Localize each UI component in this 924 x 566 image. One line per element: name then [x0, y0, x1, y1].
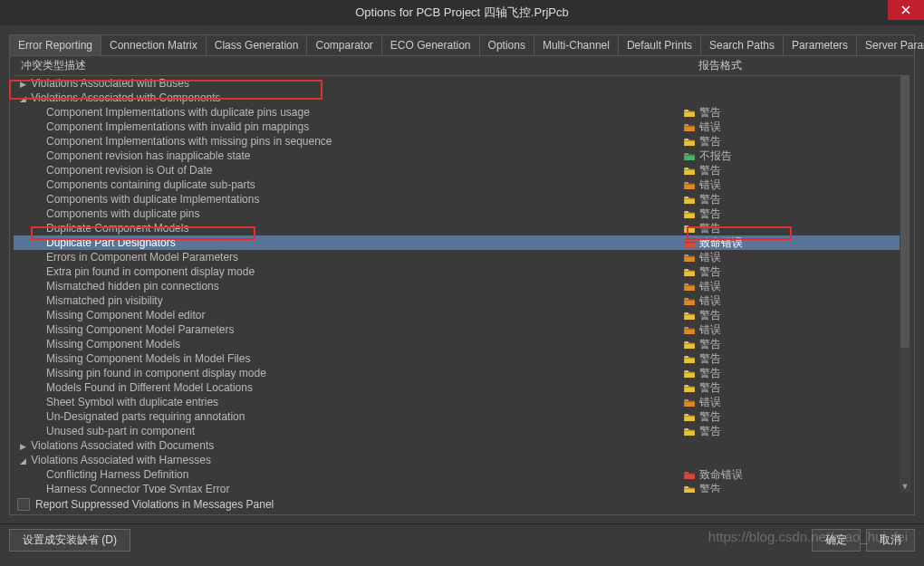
violation-label: Component Implementations with duplicate… [14, 106, 684, 119]
severity-label: 警告 [699, 351, 721, 367]
severity-cell[interactable]: 警告 [684, 308, 910, 323]
folder-icon [684, 484, 696, 493]
scroll-down-icon[interactable]: ▼ [900, 482, 910, 493]
list-item[interactable]: Missing Component Models警告 [14, 337, 910, 351]
list-item[interactable]: Un-Designated parts requiring annotation… [14, 409, 910, 424]
list-item[interactable]: Components with duplicate Implementation… [14, 192, 910, 206]
twisty-icon[interactable]: ▶ [17, 442, 28, 451]
severity-label: 错误 [699, 395, 721, 410]
list-item[interactable]: Mismatched pin visibility错误 [14, 293, 910, 308]
close-button[interactable] [888, 0, 924, 20]
ok-button[interactable]: 确定 [812, 529, 861, 552]
severity-cell[interactable]: 警告 [684, 105, 910, 120]
severity-cell[interactable]: 警告 [684, 206, 910, 222]
list-item[interactable]: Extra pin found in component display mod… [14, 264, 910, 279]
severity-cell[interactable]: 致命错误 [684, 467, 910, 483]
tabstrip: Error ReportingConnection MatrixClass Ge… [9, 34, 915, 55]
list-item[interactable]: Sheet Symbol with duplicate entries错误 [14, 395, 910, 409]
severity-label: 错误 [699, 279, 721, 294]
folder-icon [684, 369, 696, 378]
list-item[interactable]: Component Implementations with missing p… [14, 134, 910, 149]
severity-cell[interactable]: 警告 [684, 134, 910, 149]
suppressed-checkbox-row[interactable]: Report Suppressed Violations in Messages… [17, 498, 274, 511]
list-item[interactable]: Missing Component Model editor警告 [14, 308, 910, 322]
violation-label: Conflicting Harness Definition [14, 468, 684, 481]
severity-cell[interactable]: 错误 [684, 177, 910, 193]
severity-cell[interactable]: 错误 [684, 293, 910, 309]
group-header[interactable]: ◢ Violations Associated with Harnesses [14, 453, 910, 467]
scrollbar-thumb[interactable] [900, 76, 910, 348]
severity-cell[interactable]: 警告 [684, 221, 910, 236]
list-item[interactable]: Mismatched hidden pin connections错误 [14, 279, 910, 293]
list-item[interactable]: Missing pin found in component display m… [14, 366, 910, 380]
severity-cell[interactable]: 警告 [684, 380, 910, 396]
severity-cell[interactable]: 警告 [684, 337, 910, 352]
list-item[interactable]: Duplicate Part Designators致命错误 [14, 235, 910, 250]
suppressed-checkbox[interactable] [17, 498, 30, 511]
violation-label: Component revision is Out of Date [14, 164, 684, 177]
severity-cell[interactable]: 警告 [684, 351, 910, 367]
scrollbar-vertical[interactable]: ▲ ▼ [900, 76, 910, 493]
violations-list[interactable]: ▶ Violations Associated with Buses◢ Viol… [14, 76, 910, 493]
tab-eco-generation[interactable]: ECO Generation [382, 35, 480, 55]
list-item[interactable]: Unused sub-part in component警告 [14, 424, 910, 438]
list-item[interactable]: Component Implementations with duplicate… [14, 105, 910, 120]
list-item[interactable]: Errors in Component Model Parameters错误 [14, 250, 910, 264]
severity-cell[interactable]: 警告 [684, 366, 910, 381]
severity-cell[interactable]: 错误 [684, 279, 910, 294]
defaults-button[interactable]: 设置成安装缺省 (D) [9, 529, 130, 552]
list-item[interactable]: Components with duplicate pins警告 [14, 206, 910, 221]
severity-cell[interactable]: 致命错误 [684, 235, 910, 251]
severity-cell[interactable]: 警告 [684, 192, 910, 207]
tab-multi-channel[interactable]: Multi-Channel [534, 35, 619, 55]
list-item[interactable]: Duplicate Component Models警告 [14, 221, 910, 235]
folder-icon [684, 398, 696, 407]
suppressed-checkbox-label: Report Suppressed Violations in Messages… [35, 498, 274, 511]
group-header[interactable]: ▶ Violations Associated with Documents [14, 438, 910, 453]
violation-label: Mismatched hidden pin connections [14, 280, 684, 293]
list-item[interactable]: Harness Connector Type Syntax Error警告 [14, 482, 910, 493]
severity-cell[interactable]: 错误 [684, 322, 910, 338]
cancel-button[interactable]: 取消 [866, 529, 915, 552]
violation-label: Unused sub-part in component [14, 425, 684, 437]
severity-label: 错误 [699, 250, 721, 265]
button-bar: 设置成安装缺省 (D) 确定 取消 [0, 523, 924, 556]
severity-cell[interactable]: 警告 [684, 424, 910, 439]
tab-options[interactable]: Options [480, 35, 534, 55]
severity-cell[interactable]: 错误 [684, 120, 910, 135]
tab-parameters[interactable]: Parameters [784, 35, 857, 55]
twisty-icon[interactable]: ◢ [17, 456, 28, 465]
violation-label: Components with duplicate Implementation… [14, 193, 684, 206]
list-item[interactable]: Missing Component Model Parameters错误 [14, 322, 910, 337]
twisty-icon[interactable]: ▶ [17, 80, 28, 89]
list-item[interactable]: Component Implementations with invalid p… [14, 120, 910, 134]
severity-cell[interactable]: 警告 [684, 163, 910, 178]
violation-label: Component Implementations with missing p… [14, 135, 684, 148]
twisty-icon[interactable]: ◢ [17, 94, 28, 103]
severity-cell[interactable]: 警告 [684, 264, 910, 280]
list-item[interactable]: Component revision is Out of Date警告 [14, 163, 910, 177]
list-item[interactable]: Conflicting Harness Definition致命错误 [14, 467, 910, 482]
tab-class-generation[interactable]: Class Generation [207, 35, 308, 55]
tab-connection-matrix[interactable]: Connection Matrix [101, 35, 207, 55]
header-violation-type[interactable]: 冲突类型描述 [21, 58, 698, 73]
header-report-format[interactable]: 报告格式 [698, 58, 910, 73]
folder-icon [684, 282, 696, 291]
list-item[interactable]: Component revision has inapplicable stat… [14, 149, 910, 163]
severity-cell[interactable]: 不报告 [684, 149, 910, 164]
tab-default-prints[interactable]: Default Prints [619, 35, 701, 55]
severity-cell[interactable]: 警告 [684, 409, 910, 425]
list-item[interactable]: Missing Component Models in Model Files警… [14, 351, 910, 366]
tab-comparator[interactable]: Comparator [307, 35, 381, 55]
group-header[interactable]: ▶ Violations Associated with Buses [14, 76, 910, 91]
tab-server-parameters[interactable]: Server Parameters [857, 35, 924, 55]
tab-error-reporting[interactable]: Error Reporting [10, 35, 101, 55]
severity-label: 警告 [699, 192, 721, 207]
severity-cell[interactable]: 错误 [684, 250, 910, 265]
severity-cell[interactable]: 错误 [684, 395, 910, 410]
group-header[interactable]: ◢ Violations Associated with Components [14, 91, 910, 105]
tab-search-paths[interactable]: Search Paths [701, 35, 784, 55]
list-item[interactable]: Models Found in Different Model Location… [14, 380, 910, 395]
list-item[interactable]: Components containing duplicate sub-part… [14, 177, 910, 192]
severity-cell[interactable]: 警告 [684, 482, 910, 494]
